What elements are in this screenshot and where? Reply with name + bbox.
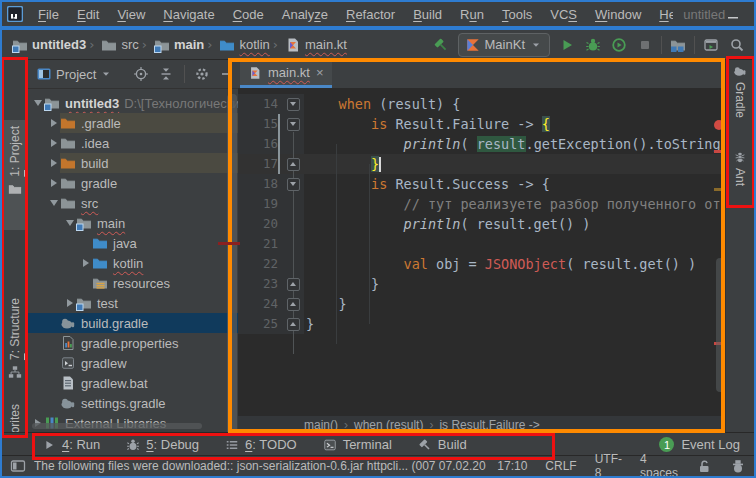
breadcrumb-kotlin[interactable]: kotlin bbox=[219, 37, 269, 53]
toolwindow-button-todo[interactable]: 6: TODO bbox=[225, 437, 297, 452]
collapsed-arrow-icon[interactable] bbox=[83, 259, 89, 267]
hide-panel-button[interactable] bbox=[217, 62, 238, 86]
code-viewport[interactable]: 14 when (result) {15 is Result.Failure -… bbox=[238, 88, 728, 334]
menu-code[interactable]: Code bbox=[224, 7, 273, 22]
fold-expanded-icon[interactable] bbox=[287, 118, 300, 131]
breadcrumb-untitled3[interactable]: untitled3 bbox=[12, 37, 86, 53]
file-encoding[interactable]: UTF-8 bbox=[595, 452, 622, 478]
collapsed-arrow-icon[interactable] bbox=[51, 139, 57, 147]
stop-button[interactable] bbox=[632, 33, 658, 57]
code-line-14[interactable]: 14 when (result) { bbox=[238, 94, 728, 114]
locate-file-button[interactable] bbox=[130, 62, 151, 86]
expanded-arrow-icon[interactable] bbox=[50, 200, 58, 206]
tab-close-icon[interactable]: × bbox=[316, 65, 324, 80]
code-line-16[interactable]: 16 println( result.getException().toStri… bbox=[238, 134, 728, 154]
code-line-21[interactable]: 21 bbox=[238, 234, 728, 254]
tree-item-resources[interactable]: resources bbox=[28, 273, 238, 293]
tree-item-test[interactable]: test bbox=[28, 293, 238, 313]
breadcrumb-main-kt[interactable]: main.kt bbox=[285, 37, 347, 53]
indent-setting[interactable]: 4 spaces bbox=[640, 452, 678, 478]
menu-help[interactable]: Help bbox=[650, 7, 673, 22]
chevron-down-icon[interactable] bbox=[100, 66, 112, 82]
editor-breadcrumb-item[interactable]: is Result.Failure -> bbox=[439, 418, 539, 432]
panel-settings-button[interactable] bbox=[192, 62, 213, 86]
menu-analyze[interactable]: Analyze bbox=[273, 7, 337, 22]
caret-position[interactable]: 17:10 bbox=[497, 459, 527, 473]
collapsed-arrow-icon[interactable] bbox=[51, 179, 57, 187]
tab-main-kt[interactable]: main.kt × bbox=[240, 60, 332, 88]
coverage-button[interactable] bbox=[606, 33, 632, 57]
run-configuration-select[interactable]: MainKt bbox=[458, 33, 550, 57]
project-tree-horizontal-scrollbar[interactable] bbox=[32, 423, 202, 429]
fold-end-icon[interactable] bbox=[287, 298, 300, 311]
editor-breadcrumb-item[interactable]: main() bbox=[304, 418, 338, 432]
search-everywhere-button[interactable] bbox=[724, 33, 750, 57]
breadcrumb-src[interactable]: src bbox=[101, 37, 138, 53]
code-line-24[interactable]: 24 } bbox=[238, 294, 728, 314]
debug-button[interactable] bbox=[580, 33, 606, 57]
inspection-profile-icon[interactable] bbox=[730, 458, 746, 474]
code-line-17[interactable]: 17 } bbox=[238, 154, 728, 174]
collapsed-arrow-icon[interactable] bbox=[67, 299, 73, 307]
tree-item-untitled3[interactable]: untitled3 D:\[Технологический bbox=[28, 93, 238, 113]
project-structure-button[interactable] bbox=[665, 33, 691, 57]
menu-build[interactable]: Build bbox=[404, 7, 451, 22]
code-line-20[interactable]: 20 println( result.get() ) bbox=[238, 214, 728, 234]
tree-item--idea[interactable]: .idea bbox=[28, 133, 238, 153]
event-log-button[interactable]: 1 Event Log bbox=[659, 437, 740, 452]
tree-item-gradle[interactable]: gradle bbox=[28, 173, 238, 193]
code-line-19[interactable]: 19 // тут реализуете разбор полученного … bbox=[238, 194, 728, 214]
toolwindow-button-build[interactable]: Build bbox=[418, 437, 467, 452]
editor-breadcrumb-item[interactable]: when (result) bbox=[354, 418, 423, 432]
collapsed-arrow-icon[interactable] bbox=[51, 159, 57, 167]
status-message[interactable]: The following files were downloaded:: js… bbox=[34, 459, 489, 473]
expanded-arrow-icon[interactable] bbox=[66, 220, 74, 226]
build-project-button[interactable] bbox=[428, 33, 454, 57]
collapsed-arrow-icon[interactable] bbox=[51, 119, 57, 127]
toolwindow-button-terminal[interactable]: Terminal bbox=[323, 437, 392, 452]
menu-vcs[interactable]: VCS bbox=[541, 7, 586, 22]
tree-item-java[interactable]: java bbox=[28, 233, 238, 253]
toolwindow-button-run[interactable]: 4: Run bbox=[42, 437, 100, 452]
toolwindow-button-structure[interactable]: 7: Structure bbox=[2, 292, 28, 398]
tree-item-gradlew-bat[interactable]: gradlew.bat bbox=[28, 373, 238, 393]
fold-expanded-icon[interactable] bbox=[287, 98, 300, 111]
tree-item-main[interactable]: main bbox=[28, 213, 238, 233]
menu-run[interactable]: Run bbox=[451, 7, 493, 22]
collapse-all-button[interactable] bbox=[155, 62, 176, 86]
tree-item-gradle-properties[interactable]: gradle.properties bbox=[28, 333, 238, 353]
breadcrumb-main[interactable]: main bbox=[154, 37, 204, 53]
tree-item-src[interactable]: src bbox=[28, 193, 238, 213]
tree-item-settings-gradle[interactable]: settings.gradle bbox=[28, 393, 238, 413]
menu-navigate[interactable]: Navigate bbox=[154, 7, 223, 22]
fold-end-icon[interactable] bbox=[287, 158, 300, 171]
run-anything-button[interactable] bbox=[698, 33, 724, 57]
project-tree-vertical-scrollbar[interactable] bbox=[227, 94, 237, 450]
code-line-18[interactable]: 18 is Result.Success -> { bbox=[238, 174, 728, 194]
tree-item--gradle[interactable]: .gradle bbox=[28, 113, 238, 133]
run-button[interactable] bbox=[554, 33, 580, 57]
menu-view[interactable]: View bbox=[108, 7, 154, 22]
toolwindow-toggle-icon[interactable] bbox=[10, 458, 26, 474]
toolwindow-button-gradle[interactable]: Gradle bbox=[726, 64, 754, 118]
toolwindow-button-ant[interactable]: Ant bbox=[726, 150, 754, 186]
code-line-23[interactable]: 23 } bbox=[238, 274, 728, 294]
expanded-arrow-icon[interactable] bbox=[34, 100, 42, 106]
line-separator[interactable]: CRLF bbox=[545, 459, 576, 473]
menu-tools[interactable]: Tools bbox=[493, 7, 541, 22]
tree-item-gradlew[interactable]: gradlew bbox=[28, 353, 238, 373]
readonly-lock-icon[interactable] bbox=[696, 458, 712, 474]
fold-expanded-icon[interactable] bbox=[287, 178, 300, 191]
tree-item-build[interactable]: build bbox=[28, 153, 238, 173]
code-line-15[interactable]: 15 is Result.Failure -> { bbox=[238, 114, 728, 134]
fold-end-icon[interactable] bbox=[287, 318, 300, 331]
menu-refactor[interactable]: Refactor bbox=[337, 7, 404, 22]
menu-window[interactable]: Window bbox=[586, 7, 650, 22]
tree-item-build-gradle[interactable]: build.gradle bbox=[28, 313, 238, 333]
code-line-22[interactable]: 22 val obj = JSONObject( result.get() ) bbox=[238, 254, 728, 274]
menu-edit[interactable]: Edit bbox=[68, 7, 108, 22]
minimize-button[interactable] bbox=[725, 2, 741, 26]
menu-file[interactable]: File bbox=[29, 7, 68, 22]
toolwindow-button-debug[interactable]: 5: Debug bbox=[126, 437, 199, 452]
project-panel-title[interactable]: Project bbox=[56, 67, 96, 82]
